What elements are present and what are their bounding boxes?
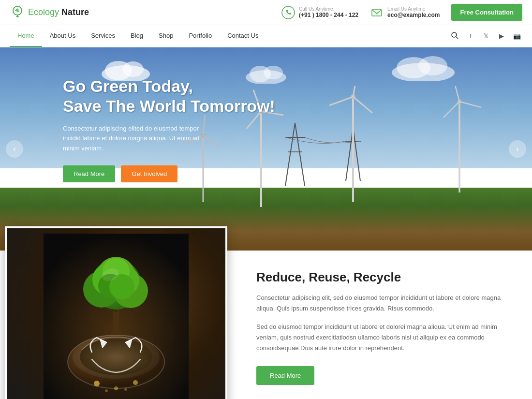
hero-title: Go Green Today, Save The World Tomorrow! <box>63 76 275 116</box>
svg-line-32 <box>353 97 372 113</box>
hero-buttons: Read More Get Involved <box>63 165 275 182</box>
youtube-icon[interactable]: ▶ <box>496 31 507 42</box>
svg-line-36 <box>454 86 459 102</box>
nav-item-portfolio[interactable]: Portfolio <box>181 25 220 47</box>
nav-item-home[interactable]: Home <box>10 25 42 47</box>
svg-line-37 <box>459 102 481 107</box>
top-bar-right: Call Us Anytime (+91 ) 1800 - 244 - 122 … <box>281 4 522 21</box>
content-panel: Reduce, Reuse, Recycle Consectetur adipi… <box>232 251 532 399</box>
nav-item-blog[interactable]: Blog <box>123 25 151 47</box>
nav-item-services[interactable]: Services <box>83 25 123 47</box>
hero-read-more-button[interactable]: Read More <box>63 165 115 182</box>
nav-item-about[interactable]: About Us <box>42 25 83 47</box>
twitter-icon[interactable]: 𝕏 <box>481 31 491 42</box>
globe-tree-illustration <box>44 234 189 399</box>
cloud-2 <box>387 52 459 83</box>
svg-point-65 <box>94 381 100 386</box>
reduce-title: Reduce, Reuse, Recycle <box>256 270 508 285</box>
svg-point-4 <box>282 6 295 19</box>
top-bar: Ecology Nature Call Us Anytime (+91 ) 18… <box>0 0 532 25</box>
hero-section: Go Green Today, Save The World Tomorrow!… <box>0 47 532 251</box>
svg-line-7 <box>456 37 458 39</box>
globe-image <box>5 226 227 399</box>
carousel-prev-button[interactable]: ‹ <box>6 140 23 158</box>
hero-content: Go Green Today, Save The World Tomorrow!… <box>63 76 275 182</box>
hero-get-involved-button[interactable]: Get Involved <box>121 165 177 182</box>
svg-line-38 <box>443 102 459 118</box>
svg-point-69 <box>124 388 127 391</box>
social-icons: f 𝕏 ▶ 📷 <box>465 31 522 42</box>
logo-icon <box>10 5 25 20</box>
svg-line-31 <box>353 86 357 97</box>
consultation-button[interactable]: Free Consultation <box>451 4 522 21</box>
svg-point-68 <box>105 389 108 392</box>
nav-item-shop[interactable]: Shop <box>151 25 181 47</box>
facebook-icon[interactable]: f <box>465 31 476 42</box>
svg-point-66 <box>114 386 118 390</box>
svg-line-33 <box>329 97 353 105</box>
nav-right: f 𝕏 ▶ 📷 <box>451 31 522 42</box>
globe-scene <box>7 228 225 399</box>
carousel-next-button[interactable]: › <box>509 140 526 158</box>
reduce-text-2: Sed do eiusmod tempor incididunt ut labo… <box>256 322 508 354</box>
logo[interactable]: Ecology Nature <box>10 5 89 20</box>
reduce-text-1: Consectetur adipiscing elit, sed do eius… <box>256 293 508 314</box>
bottom-section: Reduce, Reuse, Recycle Consectetur adipi… <box>0 251 532 399</box>
nav-links: Home About Us Services Blog Shop Portfol… <box>10 25 266 47</box>
svg-point-6 <box>452 32 457 37</box>
hero-subtitle: Consectetur adipiscing elited do eiusmod… <box>63 124 218 154</box>
svg-point-67 <box>133 380 138 385</box>
phone-icon <box>281 6 295 19</box>
svg-point-10 <box>122 61 144 77</box>
email-icon <box>370 6 384 19</box>
navbar: Home About Us Services Blog Shop Portfol… <box>0 25 532 47</box>
instagram-icon[interactable]: 📷 <box>512 31 522 42</box>
call-contact: Call Us Anytime (+91 ) 1800 - 244 - 122 <box>281 6 358 19</box>
reduce-read-more-button[interactable]: Read More <box>256 366 314 385</box>
email-contact: Email Us Anytime eco@example.com <box>370 6 440 19</box>
image-panel <box>0 222 232 399</box>
nav-item-contact[interactable]: Contact Us <box>220 25 266 47</box>
logo-text: Ecology Nature <box>28 7 89 17</box>
svg-point-13 <box>418 56 447 75</box>
search-icon[interactable] <box>451 31 458 41</box>
